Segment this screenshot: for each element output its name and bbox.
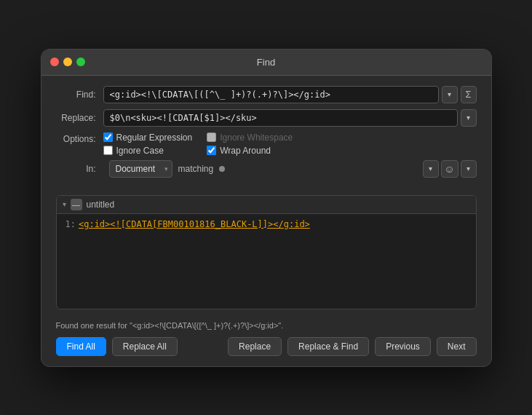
- matching-label: matching: [178, 164, 214, 174]
- replace-dropdown-button[interactable]: ▾: [461, 109, 477, 127]
- replace-all-button[interactable]: Replace All: [112, 337, 178, 356]
- sigma-button[interactable]: Σ: [461, 86, 477, 103]
- status-bar: Found one result for "<g:id><!\[CDATA\[(…: [41, 317, 491, 333]
- options-row: Options: Regular Expression Ignore White…: [56, 133, 477, 156]
- case-checkbox[interactable]: [103, 146, 113, 155]
- results-list: 1:<g:id><![CDATA[FBM00101816_BLACK-L]]><…: [57, 214, 476, 309]
- dash-button[interactable]: —: [71, 199, 82, 210]
- result-number: 1:: [65, 219, 76, 229]
- in-select[interactable]: Document Selection: [109, 160, 172, 178]
- traffic-lights: [50, 58, 85, 66]
- case-label: Ignore Case: [116, 146, 164, 156]
- title-bar: Find: [41, 50, 491, 76]
- replace-button[interactable]: Replace: [228, 337, 282, 356]
- minimize-button[interactable]: [63, 58, 72, 66]
- results-header: ▾ — untitled: [57, 196, 476, 214]
- regex-checkbox[interactable]: [103, 133, 113, 142]
- in-label: In:: [56, 164, 103, 174]
- maximize-button[interactable]: [76, 58, 85, 66]
- previous-button[interactable]: Previous: [375, 337, 431, 356]
- results-chevron-button[interactable]: ▾: [461, 160, 477, 178]
- wrap-label: Wrap Around: [220, 146, 271, 156]
- matching-dot: [219, 166, 225, 172]
- option-case: Ignore Case: [103, 146, 193, 156]
- collapse-button[interactable]: ▾: [63, 200, 66, 208]
- wrap-checkbox[interactable]: [207, 146, 216, 155]
- result-match[interactable]: <g:id><![CDATA[FBM00101816_BLACK-L]]></g…: [79, 219, 310, 229]
- replace-row: Replace: ▾: [56, 109, 477, 127]
- whitespace-label: Ignore Whitespace: [220, 133, 293, 143]
- options-grid: Regular Expression Ignore Whitespace Ign…: [103, 133, 296, 156]
- option-wrap: Wrap Around: [207, 146, 296, 156]
- find-dropdown-button[interactable]: ▾: [442, 86, 458, 103]
- find-window: Find Find: ▾ Σ Replace: ▾ Options:: [41, 49, 492, 367]
- replace-input[interactable]: [103, 109, 458, 127]
- find-label: Find:: [56, 90, 103, 100]
- in-right-group: ▾ ☺ ▾: [423, 160, 477, 178]
- dialog-content: Find: ▾ Σ Replace: ▾ Options: Regular Ex…: [41, 76, 491, 195]
- in-select-wrapper: Document Selection ▾: [109, 160, 172, 178]
- file-name: untitled: [87, 199, 115, 210]
- replace-find-button[interactable]: Replace & Find: [287, 337, 369, 356]
- find-row: Find: ▾ Σ: [56, 86, 477, 103]
- regex-label: Regular Expression: [116, 133, 193, 143]
- button-row: Find All Replace All Replace Replace & F…: [41, 333, 491, 366]
- find-input[interactable]: [103, 86, 439, 103]
- results-section: ▾ — untitled 1:<g:id><![CDATA[FBM0010181…: [41, 195, 491, 309]
- replace-label: Replace:: [56, 113, 103, 123]
- replace-input-wrapper: ▾: [103, 109, 477, 127]
- next-button[interactable]: Next: [437, 337, 477, 356]
- table-row: 1:<g:id><![CDATA[FBM00101816_BLACK-L]]><…: [57, 217, 476, 232]
- option-whitespace: Ignore Whitespace: [207, 133, 296, 143]
- close-button[interactable]: [50, 58, 59, 66]
- matching-dropdown-button[interactable]: ▾: [423, 160, 439, 178]
- options-label: Options:: [56, 133, 103, 144]
- results-panel: ▾ — untitled 1:<g:id><![CDATA[FBM0010181…: [56, 195, 477, 309]
- whitespace-checkbox[interactable]: [207, 133, 216, 142]
- in-row: In: Document Selection ▾ matching ▾ ☺ ▾: [56, 160, 477, 178]
- face-button[interactable]: ☺: [441, 160, 458, 178]
- option-regex: Regular Expression: [103, 133, 193, 143]
- find-all-button[interactable]: Find All: [56, 337, 106, 356]
- status-text: Found one result for "<g:id><!\[CDATA\[(…: [56, 321, 284, 330]
- window-title: Find: [257, 57, 275, 68]
- find-input-wrapper: ▾ Σ: [103, 86, 477, 103]
